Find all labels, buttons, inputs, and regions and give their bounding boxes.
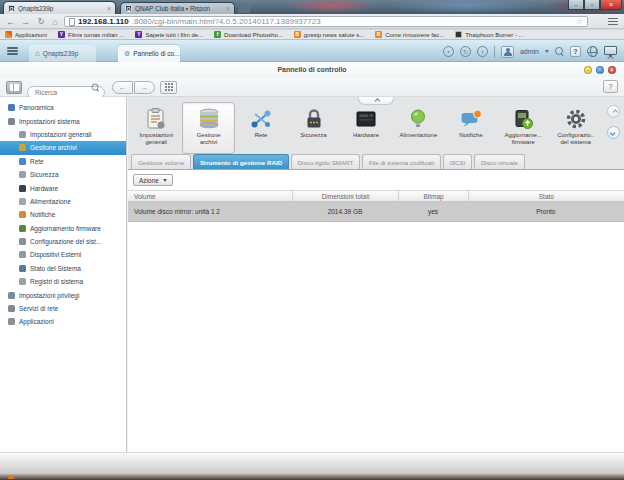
main-menu-icon[interactable]: [7, 47, 18, 55]
grid-view-button[interactable]: [160, 81, 177, 94]
security-lock-icon: [19, 171, 26, 178]
sidebar-item-notifiche[interactable]: Notifiche: [0, 208, 126, 221]
help-button[interactable]: ?: [603, 80, 618, 93]
bookmark-films[interactable]: Films tomas milian ...: [58, 31, 124, 38]
sidebar-item-aggiornamento-firmware[interactable]: Aggiornamento firmware: [0, 222, 126, 235]
bookmark-star-icon[interactable]: [576, 17, 583, 26]
chrome-menu-icon[interactable]: [607, 17, 619, 26]
general-settings-icon: [144, 105, 168, 132]
maximize-window-icon[interactable]: [596, 66, 604, 74]
sidebar-item-impostazioni-sistema[interactable]: Impostazioni sistema: [0, 114, 126, 127]
sidebar-item-rete[interactable]: Rete: [0, 155, 126, 168]
bookmark-download[interactable]: Download Photosho...: [214, 31, 283, 38]
desktop-tab-nas[interactable]: Qnapts239p: [29, 45, 96, 62]
external-device-icon: [19, 251, 26, 258]
desktop-view-icon[interactable]: [604, 46, 617, 55]
notification-icon: [458, 105, 484, 132]
sidebar-item-impostazioni-generali[interactable]: Impostazioni generali: [0, 128, 126, 141]
ribbon-item-sicurezza[interactable]: Sicurezza: [287, 102, 339, 154]
nav-back-button[interactable]: [112, 81, 133, 94]
sidebar-item-configurazione[interactable]: Configurazione del sist...: [0, 235, 126, 248]
sidebar-item-registri-sistema[interactable]: Registri di sistema: [0, 275, 126, 288]
table-row[interactable]: Volume disco mirror: unità 1 2 2014.39 G…: [128, 202, 624, 222]
power-icon: [406, 105, 430, 132]
sidebar-item-dispositivi-esterni[interactable]: Dispositivi Esterni: [0, 248, 126, 261]
minimize-window-icon[interactable]: [584, 66, 592, 74]
search-icon[interactable]: [555, 47, 564, 56]
ribbon-item-impostazioni-generali[interactable]: Impostazioni generali: [130, 102, 182, 154]
firmware-update-icon: [511, 105, 535, 132]
overview-icon: [8, 104, 15, 111]
tab-disco-rigido-smart[interactable]: Disco rigido SMART: [291, 154, 361, 169]
sidebar-item-panoramica[interactable]: Panoramica: [0, 101, 126, 114]
sidebar-toggle-button[interactable]: [6, 81, 22, 94]
bookmark-gossip[interactable]: gossip news salute s...: [294, 31, 364, 38]
content-area: Impostazioni generali Gestione archivi R…: [128, 97, 624, 452]
table-header: Volume Dimensioni totali Bitmap Stato: [128, 190, 624, 202]
sidebar-item-gestione-archivi[interactable]: Gestione archivi: [0, 141, 126, 154]
tab-strumento-gestione-raid[interactable]: Strumento di gestione RAID: [193, 154, 289, 169]
close-window-icon[interactable]: [608, 66, 616, 74]
reload-icon[interactable]: [35, 15, 47, 28]
ribbon-scroll-down-button[interactable]: [607, 126, 620, 139]
browser-tab-qnapts239p[interactable]: Qnapts239p: [3, 1, 116, 14]
apps-grid-icon: [5, 31, 12, 38]
yahoo-icon: [135, 31, 142, 38]
browser-tabstrip: Qnapts239p QNAP Club Italia • Rispon: [0, 0, 624, 14]
sidebar-item-impostazioni-privilegi[interactable]: Impostazioni privilegi: [0, 288, 126, 301]
column-header-stato[interactable]: Stato: [468, 191, 624, 201]
user-avatar[interactable]: [501, 46, 514, 58]
help-icon[interactable]: ?: [570, 46, 581, 57]
minimize-button[interactable]: [568, 0, 584, 10]
ribbon-item-alimentazione[interactable]: Alimentazione: [392, 102, 444, 154]
browser-tab-qnap-club[interactable]: QNAP Club Italia • Rispon: [120, 2, 235, 14]
sidebar-item-servizi-di-rete[interactable]: Servizi di rete: [0, 302, 126, 315]
tab-close-icon[interactable]: [107, 5, 111, 12]
sidebar-item-sicurezza[interactable]: Sicurezza: [0, 168, 126, 181]
info-icon[interactable]: [477, 46, 488, 57]
ribbon-item-rete[interactable]: Rete: [235, 102, 287, 154]
sidebar-item-stato-sistema[interactable]: Stato del Sistema: [0, 262, 126, 275]
bookmark-thaiphoon[interactable]: Thaiphoon Burner - ...: [455, 31, 523, 38]
sidebar-item-applicazioni[interactable]: Applicazioni: [0, 315, 126, 328]
username-label[interactable]: admin: [520, 48, 539, 55]
column-header-bitmap[interactable]: Bitmap: [398, 191, 467, 201]
bookmark-come-rimuovere[interactable]: Come rimuovere fac...: [375, 31, 444, 38]
address-bar[interactable]: 192.168.1.110 :8080/cgi-bin/main.html?4.…: [64, 16, 588, 27]
tab-file-sistema-codificati[interactable]: File di sistema codificati: [362, 154, 441, 169]
ribbon-item-gestione-archivi[interactable]: Gestione archivi: [182, 102, 234, 154]
sidebar-item-hardware[interactable]: Hardware: [0, 181, 126, 194]
nav-forward-button[interactable]: [134, 81, 155, 94]
tab-disco-virtuale[interactable]: Disco virtuale: [474, 154, 525, 169]
ribbon-item-hardware[interactable]: Hardware: [340, 102, 392, 154]
forward-icon[interactable]: [19, 15, 32, 28]
firmware-update-icon: [19, 225, 26, 232]
maximize-button[interactable]: [584, 0, 600, 10]
network-icon: [249, 105, 273, 132]
system-logs-icon: [19, 278, 26, 285]
close-button[interactable]: [600, 0, 622, 10]
tab-close-icon[interactable]: [226, 5, 230, 12]
tab-gestione-volume[interactable]: Gestione volume: [131, 154, 191, 169]
background-task-icon[interactable]: [443, 46, 454, 57]
ribbon-item-aggiornamento-firmware[interactable]: Aggiorname... firmware: [497, 102, 549, 154]
bookmark-applicazioni[interactable]: Applicazioni: [5, 31, 47, 38]
new-tab-button[interactable]: [238, 4, 253, 13]
bookmark-sapete[interactable]: Sapete tutti i film de...: [135, 31, 203, 38]
desktop-tab-control-panel[interactable]: Pannello di co...: [118, 45, 180, 62]
language-globe-icon[interactable]: [587, 46, 598, 57]
ribbon-item-configurazione-sistema[interactable]: Configurazio.. del sistema: [550, 102, 602, 154]
qnap-favicon: [8, 5, 15, 12]
chevron-down-icon[interactable]: [545, 50, 549, 53]
home-icon[interactable]: [49, 15, 61, 28]
column-header-volume[interactable]: Volume: [128, 191, 292, 201]
ribbon-scroll-up-button[interactable]: [607, 105, 620, 118]
refresh-icon[interactable]: [460, 46, 471, 57]
sidebar-item-alimentazione[interactable]: Alimentazione: [0, 195, 126, 208]
column-header-dimensioni[interactable]: Dimensioni totali: [292, 191, 399, 201]
tab-iscsi[interactable]: iSCSI: [443, 154, 473, 169]
ribbon-item-notifiche[interactable]: Notifiche: [445, 102, 497, 154]
back-icon[interactable]: [4, 15, 17, 28]
system-config-icon: [564, 105, 588, 132]
azione-dropdown-button[interactable]: Azione: [133, 174, 173, 186]
